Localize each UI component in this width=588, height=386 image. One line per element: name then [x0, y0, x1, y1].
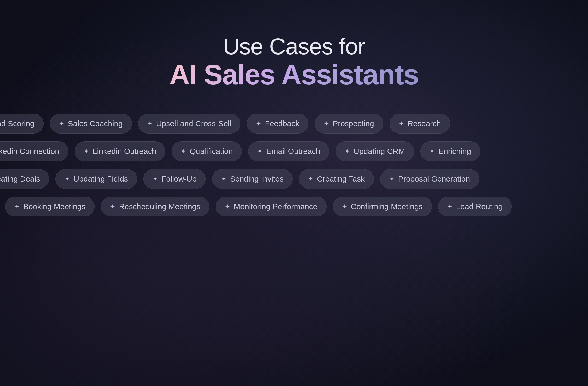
- sparkle-icon-monitoring-performance: [225, 202, 230, 210]
- tags-row-1: Lead ScoringSales CoachingUpsell and Cro…: [0, 114, 588, 134]
- tag-updating-fields[interactable]: Updating Fields: [55, 169, 137, 189]
- tag-label-email-outreach: Email Outreach: [266, 147, 320, 156]
- tag-creating-deals[interactable]: Creating Deals: [0, 169, 49, 189]
- tag-label-lead-scoring: Lead Scoring: [0, 119, 34, 128]
- tag-label-creating-task: Creating Task: [317, 174, 365, 183]
- tag-label-confirming-meetings: Confirming Meetings: [351, 202, 423, 211]
- tag-updating-crm[interactable]: Updating CRM: [336, 141, 414, 161]
- tags-wrapper: Lead ScoringSales CoachingUpsell and Cro…: [0, 114, 588, 216]
- sparkle-icon-rescheduling-meetings: [110, 202, 115, 210]
- sparkle-icon-lead-routing: [447, 202, 452, 210]
- tag-creating-task[interactable]: Creating Task: [299, 169, 374, 189]
- tag-label-follow-up: Follow-Up: [161, 174, 197, 183]
- sparkle-icon-feedback: [256, 119, 261, 128]
- title-line1: Use Cases for: [169, 34, 419, 59]
- tag-label-booking-meetings: Booking Meetings: [23, 202, 85, 211]
- tags-row-3: Creating DealsUpdating FieldsFollow-UpSe…: [0, 169, 588, 189]
- tag-lead-routing[interactable]: Lead Routing: [438, 197, 512, 216]
- tag-follow-up[interactable]: Follow-Up: [143, 169, 206, 189]
- sparkle-icon-upsell-cross-sell: [147, 119, 152, 128]
- sparkle-icon-sending-invites: [221, 175, 226, 183]
- tag-label-proposal-generation: Proposal Generation: [398, 174, 470, 183]
- tag-prospecting[interactable]: Prospecting: [315, 114, 383, 134]
- tag-label-lead-routing: Lead Routing: [456, 202, 503, 211]
- tag-label-prospecting: Prospecting: [333, 119, 374, 128]
- sparkle-icon-proposal-generation: [389, 175, 395, 183]
- sparkle-icon-booking-meetings: [14, 202, 20, 210]
- tag-label-rescheduling-meetings: Rescheduling Meetings: [119, 202, 200, 211]
- tag-sending-invites[interactable]: Sending Invites: [212, 169, 293, 189]
- tag-label-updating-fields: Updating Fields: [73, 174, 128, 183]
- title-section: Use Cases for AI Sales Assistants: [169, 34, 419, 90]
- tag-qualification[interactable]: Qualification: [172, 141, 242, 161]
- tag-label-feedback: Feedback: [265, 119, 299, 128]
- tag-label-upsell-cross-sell: Upsell and Cross-Sell: [156, 119, 231, 128]
- tag-label-monitoring-performance: Monitoring Performance: [234, 202, 317, 211]
- tag-label-sending-invites: Sending Invites: [230, 174, 284, 183]
- tag-upsell-cross-sell[interactable]: Upsell and Cross-Sell: [138, 114, 240, 134]
- tag-label-sales-coaching: Sales Coaching: [68, 119, 123, 128]
- tags-row-4: Booking MeetingsRescheduling MeetingsMon…: [5, 197, 588, 216]
- tag-linkedin-outreach[interactable]: Linkedin Outreach: [75, 141, 166, 161]
- tag-label-updating-crm: Updating CRM: [354, 147, 405, 156]
- tag-enriching[interactable]: Enriching: [420, 141, 480, 161]
- sparkle-icon-updating-crm: [345, 147, 350, 155]
- tag-label-research: Research: [408, 119, 441, 128]
- title-line2: AI Sales Assistants: [169, 59, 419, 90]
- sparkle-icon-research: [399, 119, 404, 128]
- tag-monitoring-performance[interactable]: Monitoring Performance: [216, 197, 326, 216]
- tag-label-linkedin-connection: Linkedin Connection: [0, 147, 59, 156]
- tag-lead-scoring[interactable]: Lead Scoring: [0, 114, 44, 134]
- sparkle-icon-email-outreach: [257, 147, 262, 155]
- tag-email-outreach[interactable]: Email Outreach: [248, 141, 329, 161]
- tag-confirming-meetings[interactable]: Confirming Meetings: [333, 197, 432, 216]
- sparkle-icon-prospecting: [324, 119, 329, 128]
- sparkle-icon-qualification: [181, 147, 186, 155]
- sparkle-icon-enriching: [430, 147, 435, 155]
- tag-label-creating-deals: Creating Deals: [0, 174, 40, 183]
- tag-linkedin-connection[interactable]: Linkedin Connection: [0, 141, 68, 161]
- tag-research[interactable]: Research: [390, 114, 450, 134]
- sparkle-icon-updating-fields: [64, 175, 70, 183]
- tags-container: Lead ScoringSales CoachingUpsell and Cro…: [0, 114, 588, 216]
- tag-feedback[interactable]: Feedback: [247, 114, 308, 134]
- tags-row-2: Linkedin ConnectionLinkedin OutreachQual…: [0, 141, 588, 161]
- tag-label-linkedin-outreach: Linkedin Outreach: [93, 147, 156, 156]
- sparkle-icon-confirming-meetings: [342, 202, 347, 210]
- sparkle-icon-linkedin-outreach: [84, 147, 89, 155]
- tag-label-enriching: Enriching: [438, 147, 471, 156]
- tag-rescheduling-meetings[interactable]: Rescheduling Meetings: [101, 197, 209, 216]
- tag-booking-meetings[interactable]: Booking Meetings: [5, 197, 95, 216]
- sparkle-icon-sales-coaching: [59, 119, 64, 128]
- sparkle-icon-follow-up: [152, 175, 158, 183]
- tag-proposal-generation[interactable]: Proposal Generation: [380, 169, 479, 189]
- tag-sales-coaching[interactable]: Sales Coaching: [50, 114, 132, 134]
- sparkle-icon-creating-task: [308, 175, 313, 183]
- tag-label-qualification: Qualification: [190, 147, 233, 156]
